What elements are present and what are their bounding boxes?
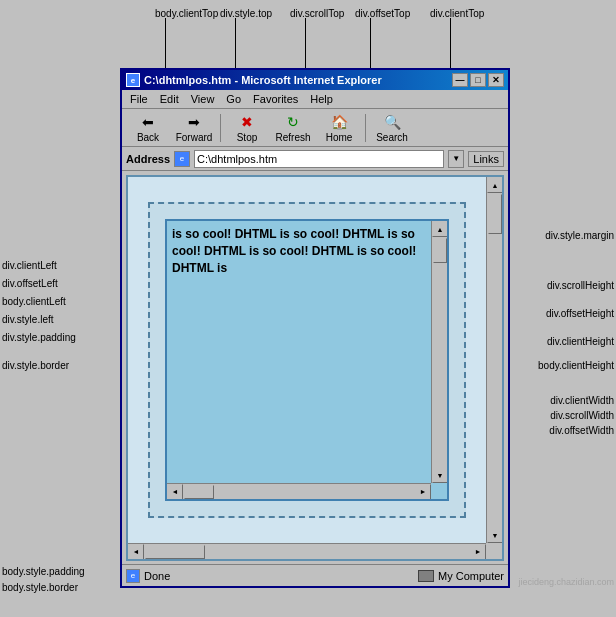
outer-hscroll[interactable]: ◄ ►	[128, 543, 486, 559]
ann-body-style-padding: body.style.padding	[2, 566, 85, 577]
refresh-label: Refresh	[275, 132, 310, 143]
scroll-corner	[486, 543, 502, 559]
search-button[interactable]: 🔍 Search	[370, 110, 414, 145]
forward-label: Forward	[176, 132, 213, 143]
outer-vscroll-up[interactable]: ▲	[487, 177, 503, 193]
links-button[interactable]: Links	[468, 151, 504, 167]
ann-body-style-border: body.style.border	[2, 582, 78, 593]
forward-button[interactable]: ➡ Forward	[172, 110, 216, 145]
menu-go[interactable]: Go	[222, 92, 245, 106]
hscroll-left-btn[interactable]: ◄	[167, 484, 183, 500]
status-icon: e	[126, 569, 140, 583]
inner-hscroll[interactable]: ◄ ►	[167, 483, 431, 499]
menu-view[interactable]: View	[187, 92, 219, 106]
ann-div-scrollWidth: div.scrollWidth	[550, 410, 614, 421]
ann-div-style-padding: div.style.padding	[2, 332, 76, 343]
menu-bar: File Edit View Go Favorites Help	[122, 90, 508, 109]
ie-icon: e	[126, 73, 140, 87]
ann-div-offsetHeight: div.offsetHeight	[546, 308, 614, 319]
back-button[interactable]: ⬅ Back	[126, 110, 170, 145]
title-bar-buttons: — □ ✕	[452, 73, 504, 87]
vscroll-down-btn[interactable]: ▼	[432, 467, 448, 483]
ann-div-clientWidth: div.clientWidth	[550, 395, 614, 406]
toolbar-divider-1	[220, 114, 221, 142]
vscroll-up-btn[interactable]: ▲	[432, 221, 448, 237]
refresh-icon: ↻	[281, 112, 305, 132]
address-dropdown[interactable]: ▼	[448, 150, 464, 168]
title-bar: e C:\dhtmlpos.htm - Microsoft Internet E…	[122, 70, 508, 90]
ann-div-style-left: div.style.left	[2, 314, 54, 325]
content-area: is so cool! DHTML is so cool! DHTML is s…	[128, 177, 486, 543]
page-icon: e	[174, 151, 190, 167]
ann-div-style-margin: div.style.margin	[545, 230, 614, 241]
ann-div-clientLeft: div.clientLeft	[2, 260, 57, 271]
back-label: Back	[137, 132, 159, 143]
browser-title: C:\dhtmlpos.htm - Microsoft Internet Exp…	[144, 74, 382, 86]
minimize-button[interactable]: —	[452, 73, 468, 87]
stop-label: Stop	[237, 132, 258, 143]
ann-div-clientHeight: div.clientHeight	[547, 336, 614, 347]
ann-div-scrollTop: div.scrollTop	[290, 8, 344, 19]
outer-hscroll-left[interactable]: ◄	[128, 544, 144, 560]
address-input[interactable]	[194, 150, 444, 168]
ann-div-offsetWidth: div.offsetWidth	[549, 425, 614, 436]
inner-vscroll[interactable]: ▲ ▼	[431, 221, 447, 483]
home-icon: 🏠	[327, 112, 351, 132]
outer-vscroll[interactable]: ▲ ▼	[486, 177, 502, 543]
computer-icon	[418, 570, 434, 582]
browser-window: e C:\dhtmlpos.htm - Microsoft Internet E…	[120, 68, 510, 588]
home-button[interactable]: 🏠 Home	[317, 110, 361, 145]
forward-icon: ➡	[182, 112, 206, 132]
status-bar: e Done My Computer	[122, 564, 508, 586]
stop-icon: ✖	[235, 112, 259, 132]
status-right: My Computer	[418, 570, 504, 582]
ann-div-scrollHeight: div.scrollHeight	[547, 280, 614, 291]
home-label: Home	[326, 132, 353, 143]
content-text-span: is so cool! DHTML is so cool! DHTML is s…	[172, 227, 416, 275]
toolbar: ⬅ Back ➡ Forward ✖ Stop ↻ Refresh 🏠 Home	[122, 109, 508, 147]
ann-div-clientTop2: div.clientTop	[430, 8, 484, 19]
ann-div-offsetTop: div.offsetTop	[355, 8, 410, 19]
menu-favorites[interactable]: Favorites	[249, 92, 302, 106]
status-text: Done	[144, 570, 170, 582]
watermark: jiecideng.chazidian.com	[518, 577, 614, 587]
hscroll-thumb[interactable]	[184, 485, 214, 499]
outer-wrapper: body.clientTop div.style.top div.scrollT…	[0, 0, 616, 617]
content-middle-box: is so cool! DHTML is so cool! DHTML is s…	[148, 202, 466, 518]
search-label: Search	[376, 132, 408, 143]
outer-vscroll-thumb[interactable]	[488, 194, 502, 234]
ann-div-style-border: div.style.border	[2, 360, 69, 371]
ann-body-clientLeft: body.clientLeft	[2, 296, 66, 307]
toolbar-divider-2	[365, 114, 366, 142]
hscroll-right-btn[interactable]: ►	[415, 484, 431, 500]
vscroll-thumb[interactable]	[433, 238, 447, 263]
search-icon: 🔍	[380, 112, 404, 132]
outer-hscroll-right[interactable]: ►	[470, 544, 486, 560]
address-label: Address	[126, 153, 170, 165]
outer-hscroll-thumb[interactable]	[145, 545, 205, 559]
maximize-button[interactable]: □	[470, 73, 486, 87]
ann-body-clientHeight: body.clientHeight	[538, 360, 614, 371]
outer-vscroll-down[interactable]: ▼	[487, 527, 503, 543]
menu-file[interactable]: File	[126, 92, 152, 106]
content-text: is so cool! DHTML is so cool! DHTML is s…	[172, 226, 427, 494]
content-inner-box: is so cool! DHTML is so cool! DHTML is s…	[165, 219, 449, 501]
refresh-button[interactable]: ↻ Refresh	[271, 110, 315, 145]
close-button[interactable]: ✕	[488, 73, 504, 87]
address-bar: Address e ▼ Links	[122, 147, 508, 171]
stop-button[interactable]: ✖ Stop	[225, 110, 269, 145]
menu-edit[interactable]: Edit	[156, 92, 183, 106]
ann-div-offsetLeft: div.offsetLeft	[2, 278, 58, 289]
status-computer: My Computer	[438, 570, 504, 582]
ann-div-style-top: div.style.top	[220, 8, 272, 19]
title-bar-left: e C:\dhtmlpos.htm - Microsoft Internet E…	[126, 73, 382, 87]
back-icon: ⬅	[136, 112, 160, 132]
menu-help[interactable]: Help	[306, 92, 337, 106]
browser-content: is so cool! DHTML is so cool! DHTML is s…	[126, 175, 504, 561]
